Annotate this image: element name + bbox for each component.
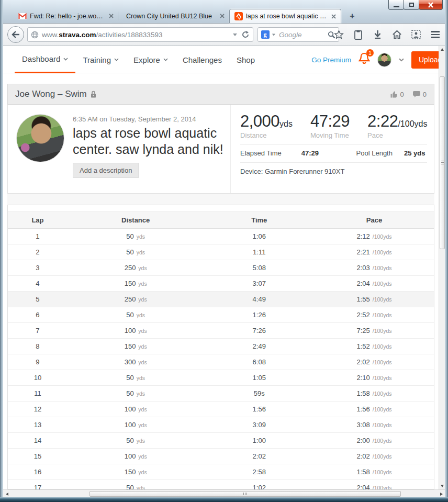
column-header-time[interactable]: Time xyxy=(204,212,315,229)
table-row[interactable]: 14 50 yds 1:00 2:00 /100yds xyxy=(8,433,434,449)
minimize-button[interactable] xyxy=(388,0,404,10)
downloads-button[interactable] xyxy=(372,29,383,40)
vertical-scrollbar[interactable] xyxy=(439,46,445,489)
avatar-chevron-icon[interactable] xyxy=(399,58,404,62)
lap-pace-value: 3:08 xyxy=(357,421,370,429)
close-button[interactable] xyxy=(419,0,443,10)
lap-pace-unit: /100yds xyxy=(371,485,392,489)
lap-distance-value: 150 xyxy=(125,342,136,350)
column-header-distance[interactable]: Distance xyxy=(68,212,204,229)
tab-gmail[interactable]: Fwd: Re: hello - joe.wong.b... xyxy=(14,9,118,23)
url-dropdown-icon[interactable] xyxy=(233,34,237,36)
lap-number: 8 xyxy=(8,339,68,354)
new-tab-button[interactable]: + xyxy=(346,12,358,21)
lap-pace-value: 2:04 xyxy=(357,280,370,287)
tab-strava-active[interactable]: laps at rose bowl aquatic c... xyxy=(229,9,341,23)
nav-item-challenges[interactable]: Challenges xyxy=(175,46,229,73)
back-icon xyxy=(12,31,20,38)
nav-item-explore[interactable]: Explore xyxy=(126,46,175,73)
nav-item-training[interactable]: Training xyxy=(75,46,126,73)
url-bar[interactable]: www.strava.com/activities/188833593 xyxy=(27,27,253,42)
lap-distance-unit: yds xyxy=(137,422,147,428)
user-avatar[interactable] xyxy=(377,53,391,67)
table-row[interactable]: 15 100 yds 2:02 2:02 /100yds xyxy=(8,449,434,464)
lap-distance-unit: yds xyxy=(135,485,145,489)
nav-item-shop[interactable]: Shop xyxy=(229,46,262,73)
upload-button[interactable]: Upload xyxy=(411,51,439,69)
table-row[interactable]: 8 150 yds 2:49 1:52 /100yds xyxy=(8,339,434,354)
column-header-pace[interactable]: Pace xyxy=(315,212,434,229)
table-row[interactable]: 3 250 yds 5:08 2:03 /100yds xyxy=(8,260,434,276)
kudos-button[interactable]: 0 xyxy=(390,91,404,98)
maximize-button[interactable] xyxy=(404,0,419,10)
lap-distance-unit: yds xyxy=(137,343,147,350)
table-row[interactable]: 6 50 yds 1:26 2:52 /100yds xyxy=(8,307,434,323)
table-row[interactable]: 9 300 yds 6:08 2:02 /100yds xyxy=(8,354,434,370)
lap-number: 6 xyxy=(8,307,68,323)
search-bar[interactable]: g Google xyxy=(257,27,339,42)
table-row[interactable]: 4 150 yds 3:07 2:04 /100yds xyxy=(8,276,434,292)
kudos-count: 0 xyxy=(400,91,404,98)
tab-title: Crown City United BU12 Blue xyxy=(126,13,217,20)
scroll-right-button[interactable] xyxy=(438,490,445,498)
search-input[interactable]: Google xyxy=(279,31,328,39)
stat-value: 2,000 xyxy=(240,112,279,130)
arrow-up-icon xyxy=(441,48,444,51)
titlebar[interactable]: Fwd: Re: hello - joe.wong.b... Crown Cit… xyxy=(0,0,448,23)
close-icon xyxy=(428,2,434,8)
lap-time: 1:00 xyxy=(204,433,315,449)
horizontal-scrollbar[interactable] xyxy=(3,489,445,497)
home-button[interactable] xyxy=(391,29,402,40)
table-row[interactable]: 5 250 yds 4:49 1:55 /100yds xyxy=(8,292,434,307)
privacy-lock-icon xyxy=(91,91,96,98)
divider xyxy=(240,162,427,163)
browser-toolbar: www.strava.com/activities/188833593 g Go… xyxy=(3,23,445,46)
activity-card: 6:35 AM on Tuesday, September 2, 2014 la… xyxy=(7,105,434,194)
arrow-left-icon xyxy=(6,493,8,496)
lap-time: 5:08 xyxy=(204,260,315,276)
horizontal-scrollbar-thumb[interactable] xyxy=(89,491,401,497)
notifications-button[interactable]: 1 xyxy=(359,52,370,67)
share-button[interactable] xyxy=(411,29,421,40)
chevron-down-icon xyxy=(114,58,119,61)
lap-pace-value: 1:52 xyxy=(357,342,370,350)
table-row[interactable]: 11 50 yds 59s 1:58 /100yds xyxy=(8,386,434,401)
laps-table-body: 1 50 yds 1:06 2:12 /100yds 2 50 yds 1:11… xyxy=(8,229,434,490)
close-tab-icon[interactable] xyxy=(331,14,336,19)
go-premium-link[interactable]: Go Premium xyxy=(311,56,351,64)
menu-button[interactable] xyxy=(430,29,441,40)
reload-icon[interactable] xyxy=(241,30,250,39)
lap-distance-unit: yds xyxy=(137,469,147,475)
lap-pace-value: 2:10 xyxy=(357,374,370,382)
bookmarks-menu-button[interactable] xyxy=(353,29,363,40)
download-icon xyxy=(374,30,382,39)
table-row[interactable]: 7 100 yds 7:26 7:25 /100yds xyxy=(8,323,434,339)
tab-crown-city[interactable]: Crown City United BU12 Blue xyxy=(118,9,229,23)
table-row[interactable]: 12 100 yds 1:56 1:56 /100yds xyxy=(8,401,434,417)
column-header-lap[interactable]: Lap xyxy=(8,212,68,229)
add-description-button[interactable]: Add a description xyxy=(73,163,139,178)
athlete-photo[interactable] xyxy=(16,114,64,162)
comments-button[interactable]: 0 xyxy=(412,91,427,98)
lap-pace-value: 2:04 xyxy=(357,484,370,489)
table-row[interactable]: 13 100 yds 3:09 3:08 /100yds xyxy=(8,417,434,433)
table-row[interactable]: 16 150 yds 2:58 1:58 /100yds xyxy=(8,464,434,480)
google-engine-icon[interactable]: g xyxy=(261,30,270,39)
lap-pace-unit: /100yds xyxy=(371,343,392,350)
engine-dropdown-icon[interactable] xyxy=(272,34,275,36)
close-tab-icon[interactable] xyxy=(220,14,225,18)
lap-pace-value: 2:02 xyxy=(357,452,370,460)
table-row[interactable]: 1 50 yds 1:06 2:12 /100yds xyxy=(8,229,434,244)
table-row[interactable]: 17 50 yds 1:02 2:04 /100yds xyxy=(8,480,434,490)
bookmark-star-button[interactable] xyxy=(333,29,344,40)
scroll-left-button[interactable] xyxy=(3,490,10,498)
close-tab-icon[interactable] xyxy=(109,14,114,18)
page-content: Dashboard Training Explore Challenges Sh… xyxy=(3,46,439,489)
table-row[interactable]: 10 50 yds 1:05 2:10 /100yds xyxy=(8,370,434,386)
nav-item-dashboard[interactable]: Dashboard xyxy=(15,46,75,73)
window-border xyxy=(0,0,3,502)
table-row[interactable]: 2 50 yds 1:11 2:21 /100yds xyxy=(8,244,434,260)
back-button[interactable] xyxy=(7,26,24,43)
lap-time: 1:56 xyxy=(204,401,315,417)
vertical-scrollbar-thumb[interactable] xyxy=(440,76,445,249)
